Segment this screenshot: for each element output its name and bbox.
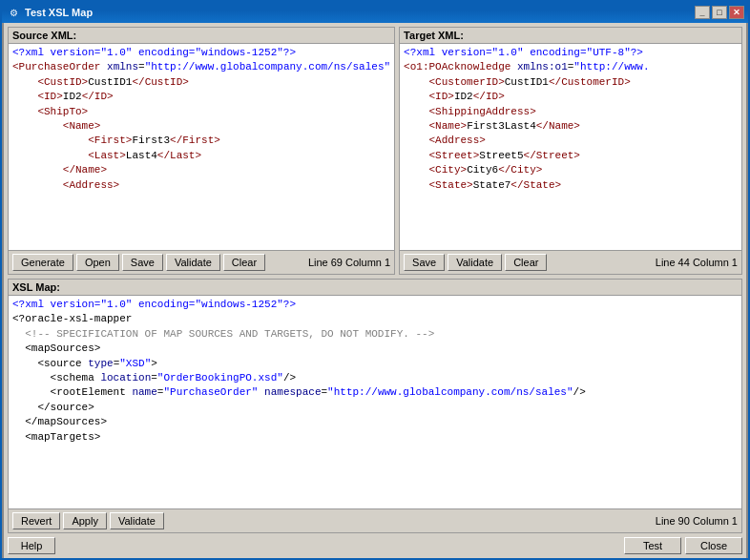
target-save-button[interactable]: Save	[404, 254, 445, 271]
window-controls: _ □ ✕	[695, 6, 744, 19]
source-save-button[interactable]: Save	[122, 254, 163, 271]
xsl-status: Line 90 Column 1	[656, 515, 738, 527]
source-validate-button[interactable]: Validate	[166, 254, 220, 271]
top-panels: Source XML: <?xml version="1.0" encoding…	[8, 27, 742, 275]
bottom-bar: Help Test Close	[8, 533, 742, 556]
test-button[interactable]: Test	[624, 537, 681, 554]
xsl-map-content[interactable]: <?xml version="1.0" encoding="windows-12…	[9, 296, 741, 508]
target-xml-panel: Target XML: <?xml version="1.0" encoding…	[399, 27, 742, 275]
maximize-button[interactable]: □	[712, 6, 727, 19]
revert-button[interactable]: Revert	[12, 512, 60, 529]
xsl-validate-button[interactable]: Validate	[110, 512, 164, 529]
minimize-button[interactable]: _	[695, 6, 710, 19]
xsl-map-label: XSL Map:	[9, 280, 741, 296]
target-clear-button[interactable]: Clear	[505, 254, 547, 271]
source-xml-content[interactable]: <?xml version="1.0" encoding="windows-12…	[9, 44, 394, 250]
main-window: Source XML: <?xml version="1.0" encoding…	[2, 23, 748, 560]
target-xml-content[interactable]: <?xml version="1.0" encoding="UTF-8"?> <…	[400, 44, 741, 250]
xsl-map-panel: XSL Map: <?xml version="1.0" encoding="w…	[8, 279, 742, 533]
title-bar: ⚙ Test XSL Map _ □ ✕	[2, 2, 748, 23]
window-icon: ⚙	[6, 5, 21, 20]
close-window-button[interactable]: ✕	[729, 6, 744, 19]
source-clear-button[interactable]: Clear	[223, 254, 265, 271]
target-status: Line 44 Column 1	[656, 257, 738, 268]
generate-button[interactable]: Generate	[12, 254, 73, 271]
source-xml-toolbar: Generate Open Save Validate Clear Line 6…	[9, 250, 394, 274]
target-validate-button[interactable]: Validate	[448, 254, 502, 271]
target-xml-toolbar: Save Validate Clear Line 44 Column 1	[400, 250, 741, 274]
bottom-right-buttons: Test Close	[624, 537, 742, 554]
source-status: Line 69 Column 1	[308, 257, 390, 268]
close-button[interactable]: Close	[685, 537, 742, 554]
xsl-toolbar: Revert Apply Validate Line 90 Column 1	[9, 508, 741, 532]
source-xml-panel: Source XML: <?xml version="1.0" encoding…	[8, 27, 395, 275]
help-button[interactable]: Help	[8, 537, 55, 554]
apply-button[interactable]: Apply	[63, 512, 107, 529]
window-title: Test XSL Map	[25, 7, 695, 18]
source-xml-label: Source XML:	[9, 28, 394, 44]
target-xml-label: Target XML:	[400, 28, 741, 44]
open-button[interactable]: Open	[76, 254, 119, 271]
